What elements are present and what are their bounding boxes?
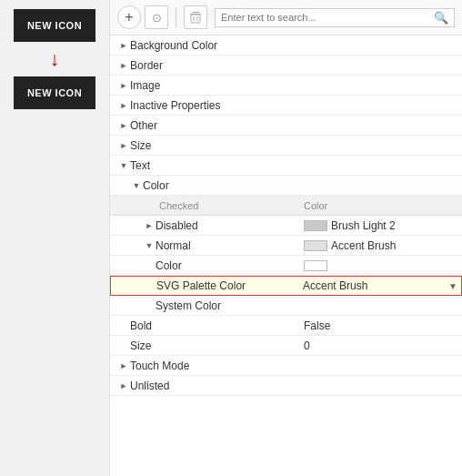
section-color-group[interactable]: ▼ Color xyxy=(110,176,462,196)
svg-rect-0 xyxy=(192,12,199,13)
prop-value-disabled: Brush Light 2 xyxy=(298,219,462,232)
prop-value-text: Accent Brush xyxy=(303,279,445,292)
prop-label: Disabled xyxy=(156,219,198,232)
color-swatch-disabled xyxy=(304,220,327,231)
section-unlisted[interactable]: ► Unlisted xyxy=(110,376,462,396)
prop-color-sub[interactable]: Color xyxy=(110,256,462,276)
chevron-icon: ► xyxy=(143,219,156,232)
left-panel: NEW ICON ↓ NEW ICON xyxy=(0,0,109,476)
color-swatch-color-sub xyxy=(304,260,327,271)
chevron-icon: ► xyxy=(117,99,130,112)
prop-label: Touch Mode xyxy=(130,360,189,372)
add-button[interactable]: + xyxy=(117,5,141,29)
chevron-icon: ► xyxy=(117,79,130,92)
prop-label: Unlisted xyxy=(130,380,169,392)
section-text[interactable]: ▼ Text xyxy=(110,156,462,176)
section-inactive-properties[interactable]: ► Inactive Properties xyxy=(110,96,462,116)
search-icon: 🔍 xyxy=(434,11,448,25)
prop-value-svg-palette[interactable]: Accent Brush ▼ xyxy=(297,279,461,292)
prop-label: System Color xyxy=(156,299,221,312)
chevron-icon: ► xyxy=(117,119,130,132)
section-size[interactable]: ► Size xyxy=(110,136,462,156)
prop-label: Color xyxy=(143,179,169,192)
header-checked: Checked xyxy=(114,200,298,211)
prop-label: Inactive Properties xyxy=(130,99,220,112)
prop-label: SVG Palette Color xyxy=(156,279,246,292)
prop-value-text: Accent Brush xyxy=(331,239,396,252)
prop-label: Bold xyxy=(130,319,152,332)
prop-label: Text xyxy=(130,159,150,172)
prop-label: Background Color xyxy=(130,39,217,52)
right-panel: + ⊙ 🔍 ► Background Color xyxy=(109,0,462,476)
section-touch-mode[interactable]: ► Touch Mode xyxy=(110,356,462,376)
prop-label: Normal xyxy=(156,239,191,252)
property-tree: ► Background Color ► Border ► Image ► In… xyxy=(110,35,462,476)
toolbar: + ⊙ 🔍 xyxy=(110,0,462,35)
copy-button[interactable]: ⊙ xyxy=(145,5,168,29)
prop-value-normal: Accent Brush xyxy=(298,239,462,252)
toolbar-separator xyxy=(176,7,176,27)
prop-label: Size xyxy=(130,339,151,352)
color-swatch-normal xyxy=(304,240,327,251)
chevron-icon: ► xyxy=(117,139,130,152)
prop-value-text: 0 xyxy=(304,339,310,352)
section-image[interactable]: ► Image xyxy=(110,76,462,96)
chevron-icon: ► xyxy=(117,360,130,372)
prop-value-bold: False xyxy=(298,319,462,332)
prop-label: Image xyxy=(130,79,160,92)
prop-disabled[interactable]: ► Disabled Brush Light 2 xyxy=(110,216,462,236)
svg-rect-2 xyxy=(191,15,200,23)
prop-system-color[interactable]: System Color xyxy=(110,296,462,316)
prop-svg-palette-color[interactable]: SVG Palette Color Accent Brush ▼ xyxy=(110,276,462,296)
prop-label: Size xyxy=(130,139,151,152)
new-icon-bottom: NEW ICON xyxy=(14,76,95,109)
header-color: Color xyxy=(298,200,462,211)
prop-bold[interactable]: Bold False xyxy=(110,316,462,336)
prop-label: Color xyxy=(156,259,182,272)
section-other[interactable]: ► Other xyxy=(110,116,462,136)
prop-value-color-sub xyxy=(298,260,462,271)
prop-label: Border xyxy=(130,59,163,72)
prop-label: Other xyxy=(130,119,157,132)
section-border[interactable]: ► Border xyxy=(110,56,462,76)
prop-value-text: False xyxy=(304,319,330,332)
chevron-icon: ▼ xyxy=(130,179,143,192)
prop-value-size: 0 xyxy=(298,339,462,352)
search-box[interactable]: 🔍 xyxy=(215,8,455,27)
chevron-icon: ► xyxy=(117,39,130,52)
delete-button[interactable] xyxy=(184,5,207,29)
prop-size[interactable]: Size 0 xyxy=(110,336,462,356)
section-background-color[interactable]: ► Background Color xyxy=(110,35,462,56)
dropdown-arrow-icon[interactable]: ▼ xyxy=(448,281,461,291)
chevron-icon: ▼ xyxy=(117,159,130,172)
chevron-icon: ► xyxy=(117,380,130,392)
prop-normal[interactable]: ▼ Normal Accent Brush xyxy=(110,236,462,256)
chevron-icon: ► xyxy=(117,59,130,72)
column-header-row: Checked Color xyxy=(110,196,462,216)
arrow-icon: ↓ xyxy=(50,49,60,69)
chevron-icon: ▼ xyxy=(143,239,156,252)
new-icon-top: NEW ICON xyxy=(14,9,95,42)
prop-value-text: Brush Light 2 xyxy=(331,219,396,232)
search-input[interactable] xyxy=(221,12,434,23)
